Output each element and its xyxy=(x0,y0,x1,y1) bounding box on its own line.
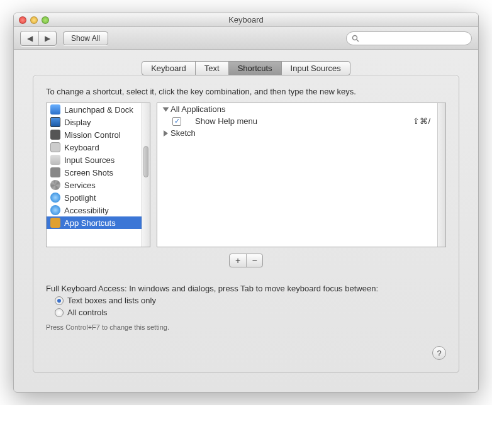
categories-list[interactable]: Launchpad & Dock Display Mission Control… xyxy=(46,103,150,247)
add-button[interactable]: + xyxy=(230,254,246,267)
tab-text[interactable]: Text xyxy=(195,62,228,75)
window-title: Keyboard xyxy=(14,15,478,25)
spotlight-icon xyxy=(50,193,60,203)
content: Keyboard Text Shortcuts Input Sources To… xyxy=(14,50,478,392)
category-launchpad[interactable]: Launchpad & Dock xyxy=(47,103,150,116)
add-remove-segment: + − xyxy=(229,254,263,267)
category-spotlight[interactable]: Spotlight xyxy=(47,191,150,204)
svg-point-0 xyxy=(353,35,357,40)
fka-option-text-boxes[interactable]: Text boxes and lists only xyxy=(55,296,446,305)
toolbar: ◀ ▶ Show All xyxy=(14,27,478,50)
category-mission-control[interactable]: Mission Control xyxy=(47,128,150,141)
keyboard-icon xyxy=(50,142,60,152)
disclosure-triangle-icon[interactable] xyxy=(163,107,169,111)
tree-scrollbar[interactable] xyxy=(437,103,445,247)
help-button[interactable]: ? xyxy=(432,346,446,360)
app-shortcuts-icon xyxy=(50,218,60,228)
mission-control-icon xyxy=(50,130,60,140)
tab-bar: Keyboard Text Shortcuts Input Sources xyxy=(33,61,459,76)
category-keyboard[interactable]: Keyboard xyxy=(47,141,150,154)
category-display[interactable]: Display xyxy=(47,116,150,128)
screen-shots-icon xyxy=(50,167,60,177)
fka-heading: Full Keyboard Access: In windows and dia… xyxy=(46,284,446,293)
fka-hint: Press Control+F7 to change this setting. xyxy=(46,323,446,331)
show-all-button[interactable]: Show All xyxy=(63,31,108,45)
launchpad-icon xyxy=(50,104,60,115)
disclosure-triangle-icon[interactable] xyxy=(164,130,168,137)
back-button[interactable]: ◀ xyxy=(21,31,38,45)
radio-icon[interactable] xyxy=(55,296,64,305)
input-sources-icon xyxy=(50,155,60,165)
tab-shortcuts[interactable]: Shortcuts xyxy=(228,62,281,75)
categories-scrollbar[interactable] xyxy=(142,103,150,247)
shortcuts-tree[interactable]: All Applications ✓ Show Help menu ⇧⌘/ Sk… xyxy=(157,103,446,247)
tree-row-show-help-menu[interactable]: ✓ Show Help menu ⇧⌘/ xyxy=(157,115,445,127)
radio-icon[interactable] xyxy=(55,308,64,317)
display-icon xyxy=(50,117,60,127)
fka-option-all-controls[interactable]: All controls xyxy=(55,308,446,317)
tree-row-sketch[interactable]: Sketch xyxy=(157,127,445,139)
shortcuts-panel: To change a shortcut, select it, click t… xyxy=(33,75,459,373)
svg-line-1 xyxy=(357,40,359,42)
tab-input-sources[interactable]: Input Sources xyxy=(281,62,350,75)
preferences-window: Keyboard ◀ ▶ Show All Keyboard Text Shor… xyxy=(13,13,479,393)
tree-row-all-applications[interactable]: All Applications xyxy=(157,103,445,115)
forward-button[interactable]: ▶ xyxy=(38,31,56,45)
category-input-sources[interactable]: Input Sources xyxy=(47,154,150,166)
full-keyboard-access: Full Keyboard Access: In windows and dia… xyxy=(46,284,446,331)
shortcut-checkbox[interactable]: ✓ xyxy=(172,117,181,126)
nav-segment: ◀ ▶ xyxy=(20,31,57,46)
category-app-shortcuts[interactable]: App Shortcuts xyxy=(47,216,150,229)
category-screen-shots[interactable]: Screen Shots xyxy=(47,166,150,179)
search-field[interactable] xyxy=(346,31,472,45)
services-icon xyxy=(50,180,60,190)
accessibility-icon xyxy=(50,205,60,215)
tab-keyboard[interactable]: Keyboard xyxy=(142,62,195,75)
category-services[interactable]: Services xyxy=(47,179,150,191)
remove-button[interactable]: − xyxy=(246,254,262,267)
category-accessibility[interactable]: Accessibility xyxy=(47,204,150,216)
search-icon xyxy=(352,35,359,42)
instruction-text: To change a shortcut, select it, click t… xyxy=(46,87,446,96)
titlebar: Keyboard xyxy=(14,13,478,27)
search-input[interactable] xyxy=(362,34,466,43)
